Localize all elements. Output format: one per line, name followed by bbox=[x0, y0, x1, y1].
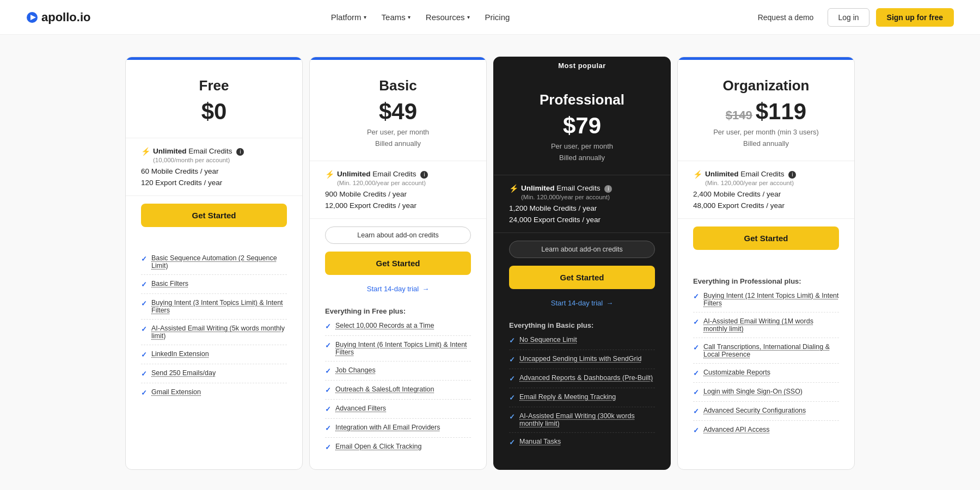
plan-credits: ⚡ Unlimited Email Credits i (Min. 120,00… bbox=[494, 175, 670, 233]
feature-item: ✓ Call Transcriptions, International Dia… bbox=[693, 343, 839, 364]
mobile-credits-text: 1,200 Mobile Credits / year bbox=[509, 204, 655, 212]
check-icon: ✓ bbox=[325, 367, 331, 375]
popular-badge: Most popular bbox=[494, 57, 670, 74]
plan-name: Basic bbox=[325, 77, 471, 94]
feature-label: Advanced Security Configurations bbox=[703, 407, 806, 414]
features-heading: Everything in Basic plus: bbox=[509, 321, 655, 329]
export-credits-text: 48,000 Export Credits / year bbox=[693, 201, 839, 210]
plan-card-free: Free $0 ⚡ Unlimited Email Credits i (10,… bbox=[125, 57, 303, 470]
mobile-credits-row: 900 Mobile Credits / year bbox=[325, 190, 471, 198]
signup-button[interactable]: Sign up for free bbox=[876, 8, 954, 27]
check-icon: ✓ bbox=[141, 389, 147, 397]
feature-label: Basic Sequence Automation (2 Sequence Li… bbox=[151, 254, 287, 270]
feature-item: ✓ Email Reply & Meeting Tracking bbox=[509, 393, 655, 407]
check-icon: ✓ bbox=[325, 341, 331, 350]
plan-price: $79 bbox=[509, 113, 655, 139]
feature-item: ✓ Job Changes bbox=[325, 366, 471, 381]
mobile-credits-row: 60 Mobile Credits / year bbox=[141, 167, 287, 175]
plan-card-organization: Organization $149$119 Per user, per mont… bbox=[677, 57, 855, 470]
info-icon[interactable]: i bbox=[236, 148, 244, 156]
feature-item: ✓ Basic Filters bbox=[141, 280, 287, 294]
email-credits-row: ⚡ Unlimited Email Credits i (Min. 120,00… bbox=[509, 184, 655, 201]
feature-label: Gmail Extension bbox=[151, 388, 201, 396]
check-icon: ✓ bbox=[325, 322, 331, 330]
get-started-button[interactable]: Get Started bbox=[693, 226, 839, 250]
pricing-grid: Free $0 ⚡ Unlimited Email Credits i (10,… bbox=[109, 35, 871, 490]
export-credits-row: 24,000 Export Credits / year bbox=[509, 216, 655, 224]
plan-name: Professional bbox=[509, 91, 655, 108]
arrow-icon: → bbox=[422, 285, 429, 293]
get-started-button[interactable]: Get Started bbox=[509, 266, 655, 289]
export-credits-text: 12,000 Export Credits / year bbox=[325, 201, 471, 210]
trial-link[interactable]: Start 14-day trial → bbox=[310, 283, 486, 298]
feature-label: Login with Single Sign-On (SSO) bbox=[703, 388, 803, 395]
plan-billing: Per user, per month (min 3 users)Billed … bbox=[693, 127, 839, 150]
bolt-icon: ⚡ bbox=[693, 170, 702, 179]
check-icon: ✓ bbox=[509, 356, 515, 364]
export-credits-row: 12,000 Export Credits / year bbox=[325, 201, 471, 210]
feature-item: ✓ AI-Assisted Email Writing (300k words … bbox=[509, 412, 655, 433]
feature-item: ✓ Email Open & Click Tracking bbox=[325, 443, 471, 451]
plan-cta: Get Started bbox=[494, 266, 670, 297]
login-button[interactable]: Log in bbox=[828, 8, 869, 27]
email-credits-text: Unlimited Email Credits i (Min. 120,000/… bbox=[521, 184, 655, 201]
feature-label: AI-Assisted Email Writing (5k words mont… bbox=[151, 324, 287, 340]
check-icon: ✓ bbox=[141, 299, 147, 308]
feature-item: ✓ Integration with All Email Providers bbox=[325, 424, 471, 438]
feature-item: ✓ Manual Tasks bbox=[509, 438, 655, 446]
arrow-icon: → bbox=[606, 299, 613, 307]
feature-item: ✓ Buying Intent (6 Intent Topics Limit) … bbox=[325, 341, 471, 362]
check-icon: ✓ bbox=[509, 336, 515, 345]
check-icon: ✓ bbox=[693, 344, 699, 352]
feature-label: Advanced API Access bbox=[703, 426, 770, 433]
feature-item: ✓ Buying Intent (12 Intent Topics Limit)… bbox=[693, 292, 839, 313]
addon-credits-button[interactable]: Learn about add-on credits bbox=[509, 241, 655, 258]
plan-credits: ⚡ Unlimited Email Credits i (Min. 120,00… bbox=[678, 161, 854, 219]
plan-header: Professional $79 Per user, per monthBill… bbox=[494, 74, 670, 175]
nav-teams[interactable]: Teams bbox=[382, 13, 411, 22]
nav-platform[interactable]: Platform bbox=[331, 13, 366, 22]
mobile-credits-row: 1,200 Mobile Credits / year bbox=[509, 204, 655, 212]
plan-credits: ⚡ Unlimited Email Credits i (10,000/mont… bbox=[126, 138, 302, 196]
feature-label: Integration with All Email Providers bbox=[335, 424, 440, 431]
nav-pricing[interactable]: Pricing bbox=[485, 13, 510, 22]
feature-item: ✓ Advanced Filters bbox=[325, 405, 471, 419]
check-icon: ✓ bbox=[509, 375, 515, 383]
check-icon: ✓ bbox=[693, 318, 699, 326]
request-demo-link[interactable]: Request a demo bbox=[750, 9, 822, 26]
plan-features: ✓ Basic Sequence Automation (2 Sequence … bbox=[126, 246, 302, 469]
plan-billing: Per user, per monthBilled annually bbox=[325, 127, 471, 150]
nav-links: Platform Teams Resources Pricing bbox=[331, 13, 510, 22]
mobile-credits-text: 2,400 Mobile Credits / year bbox=[693, 190, 839, 198]
get-started-button[interactable]: Get Started bbox=[141, 204, 287, 227]
check-icon: ✓ bbox=[325, 424, 331, 432]
addon-credits-button[interactable]: Learn about add-on credits bbox=[325, 226, 471, 244]
check-icon: ✓ bbox=[325, 386, 331, 394]
feature-label: Call Transcriptions, International Diali… bbox=[703, 343, 839, 358]
info-icon[interactable]: i bbox=[420, 171, 428, 179]
check-icon: ✓ bbox=[509, 413, 515, 421]
feature-label: No Sequence Limit bbox=[519, 336, 577, 344]
logo[interactable]: apollo.io bbox=[26, 10, 90, 24]
check-icon: ✓ bbox=[141, 255, 147, 263]
nav-resources[interactable]: Resources bbox=[426, 13, 470, 22]
export-credits-row: 48,000 Export Credits / year bbox=[693, 201, 839, 210]
plan-credits: ⚡ Unlimited Email Credits i (Min. 120,00… bbox=[310, 161, 486, 219]
plan-features: Everything in Basic plus: ✓ No Sequence … bbox=[494, 313, 670, 469]
plan-card-basic: Basic $49 Per user, per monthBilled annu… bbox=[309, 57, 487, 470]
feature-label: AI-Assisted Email Writing (1M words mont… bbox=[703, 317, 839, 333]
feature-label: Advanced Reports & Dashboards (Pre-Built… bbox=[519, 374, 653, 382]
info-icon[interactable]: i bbox=[604, 185, 612, 193]
plan-header: Free $0 bbox=[126, 60, 302, 138]
trial-link[interactable]: Start 14-day trial → bbox=[494, 297, 670, 313]
plan-header: Organization $149$119 Per user, per mont… bbox=[678, 60, 854, 161]
get-started-button[interactable]: Get Started bbox=[325, 252, 471, 275]
feature-label: Outreach & SalesLoft Integration bbox=[335, 385, 434, 393]
feature-item: ✓ AI-Assisted Email Writing (5k words mo… bbox=[141, 324, 287, 345]
navigation: apollo.io Platform Teams Resources Prici… bbox=[0, 0, 980, 35]
mobile-credits-text: 60 Mobile Credits / year bbox=[141, 167, 287, 175]
check-icon: ✓ bbox=[509, 394, 515, 402]
check-icon: ✓ bbox=[693, 369, 699, 377]
feature-label: Select 10,000 Records at a Time bbox=[335, 322, 434, 329]
info-icon[interactable]: i bbox=[788, 171, 796, 179]
